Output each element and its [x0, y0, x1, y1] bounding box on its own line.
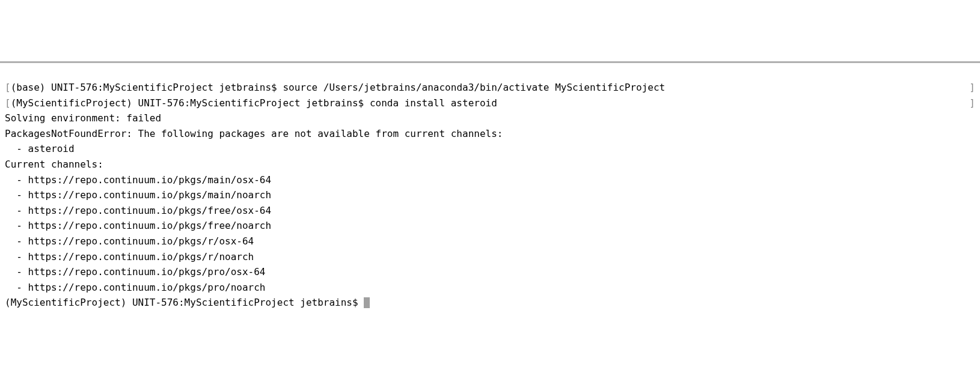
bracket-close: ] [969, 96, 975, 111]
bracket-open: [ [5, 97, 11, 109]
prompt-text: (MyScientificProject) UNIT-576:MyScienti… [11, 97, 370, 109]
terminal-line-12: - https://repo.continuum.io/pkgs/main/no… [5, 187, 975, 203]
terminal-line-13: - https://repo.continuum.io/pkgs/free/os… [5, 203, 975, 219]
terminal-line-1: [(base) UNIT-576:MyScientificProject jet… [5, 80, 975, 96]
terminal-top-border [0, 61, 980, 63]
prompt-text: (MyScientificProject) UNIT-576:MyScienti… [5, 297, 364, 308]
terminal-line-15: - https://repo.continuum.io/pkgs/r/osx-6… [5, 234, 975, 249]
terminal-line-21: (MyScientificProject) UNIT-576:MyScienti… [5, 295, 975, 311]
terminal-line-18: - https://repo.continuum.io/pkgs/pro/noa… [5, 280, 975, 296]
cursor-icon [364, 297, 370, 308]
terminal-line-11: - https://repo.continuum.io/pkgs/main/os… [5, 172, 975, 188]
prompt-text: (base) UNIT-576:MyScientificProject jetb… [11, 82, 283, 93]
terminal-line-14: - https://repo.continuum.io/pkgs/free/no… [5, 218, 975, 234]
bracket-close: ] [969, 80, 975, 96]
terminal-line-5: PackagesNotFoundError: The following pac… [5, 126, 975, 142]
terminal-line-16: - https://repo.continuum.io/pkgs/r/noarc… [5, 249, 975, 265]
command-text: conda install asteroid [370, 97, 497, 109]
terminal-output-area[interactable]: [(base) UNIT-576:MyScientificProject jet… [5, 80, 975, 311]
terminal-line-9: Current channels: [5, 157, 975, 172]
terminal-line-2: [(MyScientificProject) UNIT-576:MyScient… [5, 96, 975, 111]
terminal-line-17: - https://repo.continuum.io/pkgs/pro/osx… [5, 264, 975, 280]
command-text: source /Users/jetbrains/anaconda3/bin/ac… [283, 82, 665, 93]
terminal-line-7: - asteroid [5, 141, 975, 157]
terminal-line-3: Solving environment: failed [5, 111, 975, 126]
bracket-open: [ [5, 82, 11, 93]
